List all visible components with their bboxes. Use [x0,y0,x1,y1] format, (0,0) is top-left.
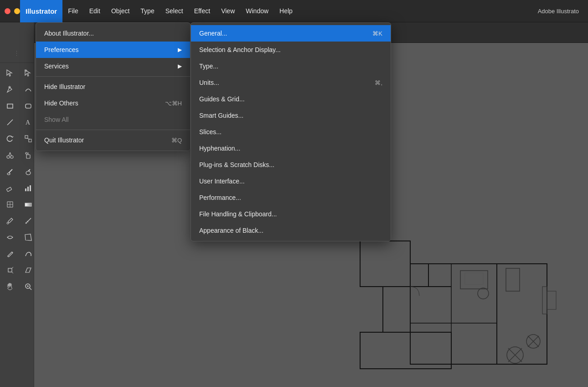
menu-bar: Illustrator File Edit Object Type Select… [0,0,588,22]
menu-illustrator[interactable]: Illustrator [20,0,62,22]
shortcut-general: ⌘K [372,30,382,37]
svg-rect-58 [542,287,547,314]
svg-rect-59 [547,291,556,309]
tool-rectangle[interactable] [2,98,18,114]
submenu-arrow: ▶ [178,47,182,53]
svg-rect-32 [8,268,12,272]
tool-graph[interactable] [21,180,36,196]
tool-direct-select[interactable] [21,65,36,81]
svg-rect-48 [460,271,488,289]
pref-appearance-black[interactable]: Appearance of Black... [191,222,391,239]
menu-help[interactable]: Help [274,0,298,22]
tool-rounded-rect[interactable] [21,98,36,114]
shortcut-hide-others: ⌥⌘H [165,100,182,107]
tool-transform[interactable] [21,131,36,146]
svg-rect-42 [360,332,451,369]
menu-object[interactable]: Object [106,0,135,22]
pref-units[interactable]: Units... ⌘, [191,74,391,91]
pref-hyphenation[interactable]: Hyphenation... [191,140,391,157]
svg-line-36 [30,288,31,290]
svg-line-31 [12,252,13,253]
pref-plugins[interactable]: Plug-ins & Scratch Disks... [191,157,391,173]
svg-point-9 [7,156,10,158]
pref-slices[interactable]: Slices... [191,124,391,140]
svg-rect-49 [465,273,483,284]
menu-preferences[interactable]: Preferences ▶ [36,42,190,58]
tool-free-distort[interactable] [21,230,36,245]
svg-line-11 [9,152,10,156]
svg-rect-41 [360,241,410,287]
tool-pencil[interactable] [2,246,18,261]
tool-smooth[interactable] [21,246,36,261]
pref-selection[interactable]: Selection & Anchor Display... [191,42,391,58]
tool-symbol-spray[interactable] [21,147,36,163]
tool-line[interactable] [2,115,18,130]
illustrator-menu: About Illustrator... Preferences ▶ Servi… [36,22,191,151]
menu-select[interactable]: Select [160,0,189,22]
tool-measure[interactable] [21,213,36,229]
tool-warp[interactable] [2,230,18,245]
pref-general[interactable]: General... ⌘K [191,25,391,42]
svg-line-8 [26,138,30,139]
toolbar: ··· A [0,22,34,387]
svg-rect-21 [25,188,26,191]
divider [36,130,190,130]
menu-type[interactable]: Type [135,0,160,22]
tool-blob-brush[interactable] [21,164,36,179]
menu-view[interactable]: View [216,0,240,22]
menu-about[interactable]: About Illustrator... [36,25,190,42]
menu-services[interactable]: Services ▶ [36,58,190,74]
svg-rect-7 [29,139,31,142]
pref-performance[interactable]: Performance... [191,189,391,206]
tool-eraser[interactable] [2,180,18,196]
svg-point-16 [7,173,10,175]
pref-type[interactable]: Type... [191,58,391,74]
tool-shear[interactable] [21,262,36,278]
submenu-arrow: ▶ [178,63,182,69]
menu-quit[interactable]: Quit Illustrator ⌘Q [36,132,190,148]
minimize-button[interactable] [14,8,20,14]
svg-rect-57 [506,268,520,291]
tool-eyedropper[interactable] [2,213,18,229]
tool-pen[interactable] [2,82,18,97]
pref-user-interface[interactable]: User Interface... [191,173,391,189]
tool-paintbrush[interactable] [2,164,18,179]
app-title: Adobe Illustrato [538,8,588,15]
preferences-submenu: General... ⌘K Selection & Anchor Display… [191,22,391,241]
tool-type[interactable]: A [21,115,36,130]
menu-window[interactable]: Window [240,0,274,22]
menu-hide-others[interactable]: Hide Others ⌥⌘H [36,95,190,111]
shortcut-units: ⌘, [375,79,382,86]
traffic-lights [0,8,20,14]
menu-file[interactable]: File [62,0,84,22]
svg-rect-6 [25,136,28,138]
tool-curvature[interactable] [21,82,36,97]
pref-guides-grid[interactable]: Guides & Grid... [191,91,391,107]
menu-hide-illustrator[interactable]: Hide Illustrator [36,78,190,95]
svg-line-19 [28,169,30,171]
menu-effect[interactable]: Effect [189,0,216,22]
tool-gradient[interactable] [21,197,36,212]
tool-hand[interactable] [2,279,18,294]
svg-text:A: A [26,119,31,126]
close-button[interactable] [5,8,10,14]
svg-rect-20 [6,187,12,192]
tool-select[interactable] [2,65,18,81]
tool-scissors[interactable] [2,147,18,163]
svg-line-17 [9,169,12,173]
svg-line-34 [12,272,13,273]
menu-edit[interactable]: Edit [84,0,106,22]
divider [36,76,190,77]
svg-point-14 [26,152,27,154]
pref-smart-guides[interactable]: Smart Guides... [191,107,391,124]
tool-rotate[interactable] [2,131,18,146]
tool-mesh[interactable] [2,197,18,212]
tool-zoom[interactable] [21,279,36,294]
pref-file-handling[interactable]: File Handling & Clipboard... [191,206,391,222]
svg-rect-3 [26,104,31,108]
tool-scale[interactable] [2,262,18,278]
svg-rect-13 [26,155,30,158]
svg-line-4 [7,120,13,125]
svg-rect-23 [30,185,31,191]
menu-show-all[interactable]: Show All [36,111,190,128]
